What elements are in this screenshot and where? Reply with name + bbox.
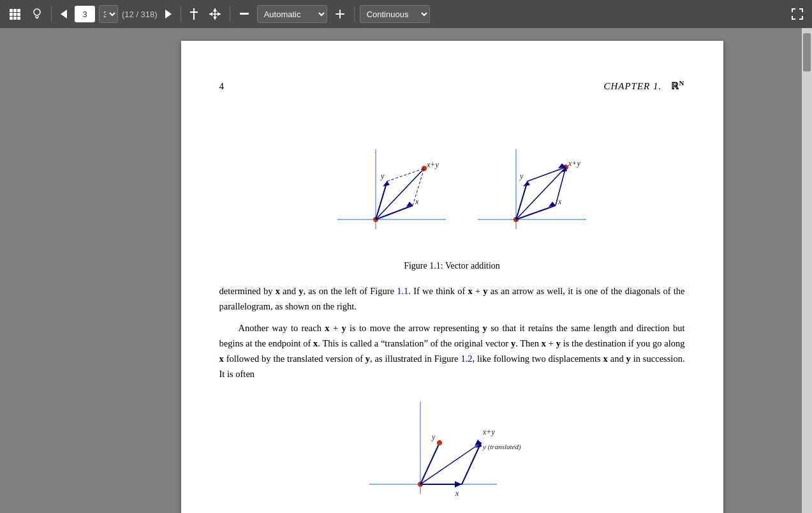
scroll-track — [802, 28, 812, 513]
svg-marker-12 — [165, 10, 172, 19]
figure-1-1-container: x y x+y — [219, 111, 685, 251]
svg-rect-0 — [10, 9, 13, 12]
svg-marker-18 — [213, 17, 217, 20]
svg-marker-11 — [61, 10, 67, 19]
figure-1-1-caption: Figure 1.1: Vector addition — [219, 261, 685, 271]
fig11-link[interactable]: 1.1 — [397, 286, 408, 296]
page-number-input[interactable]: 3 — [75, 6, 95, 22]
svg-rect-13 — [193, 8, 195, 20]
svg-marker-19 — [209, 12, 212, 16]
svg-point-9 — [34, 9, 40, 15]
next-page-button[interactable] — [161, 7, 175, 21]
svg-text:y: y — [380, 172, 385, 181]
scrollbar[interactable] — [802, 28, 812, 513]
apps-button[interactable] — [5, 6, 24, 22]
zoom-out-button[interactable] — [235, 6, 253, 22]
figure-1-1-svg: x y x+y — [306, 111, 599, 251]
svg-rect-3 — [10, 13, 13, 16]
svg-point-61 — [437, 440, 442, 445]
page-select[interactable]: 3 — [99, 5, 118, 23]
svg-text:x: x — [557, 197, 562, 206]
svg-rect-7 — [13, 17, 17, 20]
divider4 — [354, 6, 355, 22]
svg-text:x+y: x+y — [482, 428, 495, 436]
figure-1-2-container: x y y (translated) x+y — [219, 389, 685, 513]
page-header: 4 CHAPTER 1. ℝN — [219, 79, 685, 92]
paragraph-2: Another way to reach x + y is to move th… — [219, 321, 685, 382]
svg-text:x: x — [455, 489, 459, 498]
svg-line-41 — [516, 205, 556, 219]
scroll-thumb[interactable] — [803, 33, 811, 71]
main-area: 4 CHAPTER 1. ℝN x — [0, 28, 812, 513]
paragraph-1: determined by x and y, as on the left of… — [219, 284, 685, 315]
svg-marker-58 — [455, 481, 462, 487]
svg-rect-5 — [17, 13, 20, 16]
left-panel — [0, 28, 102, 513]
svg-marker-17 — [213, 8, 217, 11]
svg-rect-14 — [190, 11, 198, 13]
svg-rect-21 — [240, 13, 249, 15]
zoom-select[interactable]: Automatic Actual Size Fit Page Fit Width… — [257, 5, 327, 23]
fig12-link[interactable]: 1.2 — [461, 353, 472, 364]
svg-rect-23 — [336, 13, 344, 15]
svg-marker-20 — [218, 12, 221, 16]
prev-page-button[interactable] — [57, 7, 71, 21]
svg-text:y: y — [431, 433, 436, 442]
svg-rect-8 — [17, 17, 20, 20]
svg-rect-6 — [10, 17, 13, 20]
toolbar: 3 3 (12 / 318) Automatic Actual Size Fit… — [0, 0, 812, 28]
svg-rect-1 — [13, 9, 17, 12]
svg-text:x: x — [415, 197, 419, 206]
svg-text:x+y: x+y — [568, 159, 580, 168]
scroll-mode-select[interactable]: Continuous Single Page Two Pages — [360, 5, 430, 23]
pdf-page: 4 CHAPTER 1. ℝN x — [181, 41, 723, 513]
svg-line-27 — [376, 205, 413, 219]
svg-text:y (translated): y (translated) — [482, 443, 521, 451]
zoom-in-button[interactable] — [331, 6, 349, 22]
svg-text:x+y: x+y — [426, 160, 439, 169]
divider2 — [181, 6, 181, 22]
page-info: (12 / 318) — [122, 10, 158, 19]
divider3 — [230, 6, 230, 22]
document-area[interactable]: 4 CHAPTER 1. ℝN x — [102, 28, 802, 513]
divider1 — [51, 6, 52, 22]
svg-rect-4 — [13, 13, 17, 16]
cursor-tool-button[interactable] — [186, 6, 202, 22]
svg-line-52 — [528, 167, 566, 181]
svg-text:y: y — [519, 172, 524, 181]
svg-marker-31 — [383, 181, 390, 186]
figure-1-2-svg: x y y (translated) x+y — [357, 389, 548, 513]
chapter-title: CHAPTER 1. ℝN — [603, 79, 684, 92]
pan-tool-button[interactable] — [205, 6, 225, 22]
fullscreen-button[interactable] — [788, 6, 807, 22]
page-number: 4 — [219, 81, 225, 92]
bulb-button[interactable] — [28, 5, 46, 23]
svg-rect-2 — [17, 9, 20, 12]
svg-marker-45 — [523, 181, 530, 186]
